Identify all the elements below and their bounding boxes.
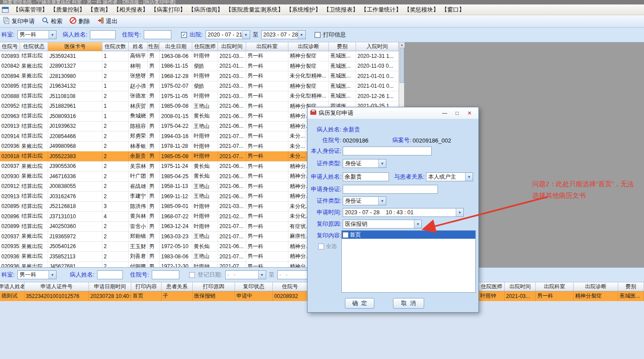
column-header[interactable]: 姓名 bbox=[129, 42, 148, 51]
menu-item[interactable]: 【卫统报表】 bbox=[322, 6, 360, 14]
dept-select[interactable]: 男一科 ▼ bbox=[17, 270, 57, 279]
column-header[interactable]: 打印原因 bbox=[193, 282, 235, 291]
table-cell: 郑贻镜 bbox=[129, 232, 148, 241]
admission-no-input[interactable] bbox=[144, 30, 171, 39]
menu-item[interactable]: 【窗口】 bbox=[440, 6, 466, 14]
copy-request-button[interactable]: 复印申请 bbox=[3, 17, 35, 25]
delete-icon bbox=[69, 17, 77, 25]
copy-reason-select[interactable]: 医保报销 ▼ bbox=[343, 220, 422, 228]
menu-item[interactable]: 【病案管理】 bbox=[12, 6, 49, 14]
column-header[interactable]: 住院号 bbox=[0, 42, 20, 51]
regdate-label: 登记日期: bbox=[198, 271, 223, 279]
table-cell: 2020-11-03 0... bbox=[356, 61, 399, 71]
relation-select[interactable]: 本人或户主 ▼ bbox=[426, 172, 473, 181]
ok-button[interactable]: 确 定 bbox=[345, 298, 374, 309]
column-header[interactable]: 费别 bbox=[329, 42, 356, 51]
table-cell: 黄长灿 bbox=[192, 162, 218, 171]
column-header[interactable]: 住院医师 bbox=[192, 42, 218, 51]
menu-item[interactable]: 【查询】 bbox=[86, 6, 112, 14]
applicant-name-input[interactable] bbox=[343, 172, 389, 181]
menu-item[interactable]: 【系统维护】 bbox=[285, 6, 322, 14]
scrollbar-thumb[interactable] bbox=[400, 48, 404, 83]
column-header[interactable]: 住院状态 bbox=[20, 42, 48, 51]
table-cell: 2021-01... bbox=[218, 61, 246, 71]
discharge-date-checkbox[interactable]: ✓ bbox=[181, 32, 187, 38]
table-cell: 0208932 bbox=[0, 51, 20, 61]
column-header[interactable]: 出院诊断 bbox=[574, 282, 618, 291]
select-all-checkbox[interactable] bbox=[318, 244, 324, 249]
column-header[interactable]: 申请人姓名 bbox=[0, 282, 24, 291]
column-header[interactable]: 出生日期 bbox=[160, 42, 192, 51]
column-header[interactable]: 申请日期时间 bbox=[89, 282, 131, 291]
delete-button[interactable]: 删除 bbox=[69, 17, 90, 25]
first-page-checkbox[interactable] bbox=[343, 232, 348, 238]
cancel-button[interactable]: 取 消 bbox=[393, 298, 424, 309]
chevron-down-icon[interactable]: ▼ bbox=[49, 271, 56, 279]
table-row[interactable]: 0208932结算出院J535924311高锦平男1963-08-06叶雨钟20… bbox=[0, 51, 399, 61]
column-header[interactable]: 出院科室 bbox=[246, 42, 288, 51]
column-header[interactable]: 复印状态 bbox=[235, 282, 273, 291]
table-cell: 雷舍小 bbox=[129, 222, 148, 232]
print-info-checkbox[interactable] bbox=[315, 32, 320, 38]
column-header[interactable]: 出院科室 bbox=[536, 282, 574, 291]
cert-type2-select[interactable]: 身份证 ▼ bbox=[343, 196, 386, 205]
regdate-from[interactable]: - - ▼ bbox=[225, 270, 266, 279]
self-id-input[interactable] bbox=[343, 147, 432, 155]
patient-name-input[interactable] bbox=[97, 270, 123, 279]
chevron-down-icon[interactable]: ▼ bbox=[298, 31, 305, 39]
column-header[interactable]: 出院时间 bbox=[218, 42, 246, 51]
column-header[interactable]: 入院时间 bbox=[356, 42, 399, 51]
maximize-icon[interactable]: □ bbox=[451, 109, 463, 118]
column-header[interactable]: 住院次数 bbox=[102, 42, 129, 51]
chevron-down-icon[interactable]: ▼ bbox=[378, 197, 386, 205]
menu-item[interactable]: 【奖惩模块】 bbox=[403, 6, 440, 14]
column-header[interactable]: 出院诊断 bbox=[288, 42, 329, 51]
dept-select[interactable]: 男一科 ▼ bbox=[17, 30, 57, 39]
chevron-down-icon[interactable]: ▼ bbox=[49, 31, 56, 39]
chevron-down-icon[interactable]: ▼ bbox=[258, 271, 266, 279]
table-cell: 20230728 10:40:04 bbox=[89, 291, 131, 301]
exit-button[interactable]: 退出 bbox=[97, 17, 117, 25]
table-cell: 男 bbox=[148, 102, 160, 111]
column-header[interactable]: 申请人证件号 bbox=[24, 282, 89, 291]
column-header[interactable]: 出院时间 bbox=[505, 282, 536, 291]
menu-item[interactable]: 【病历借阅】 bbox=[187, 6, 224, 14]
table-cell: 王艳山 bbox=[192, 122, 218, 131]
menu-item[interactable]: 【医院质量监测系统】 bbox=[224, 6, 285, 14]
chevron-down-icon[interactable]: ▼ bbox=[465, 173, 473, 181]
scroll-up-icon[interactable]: ▲ bbox=[399, 42, 405, 48]
column-header[interactable]: 患者关系 bbox=[162, 282, 193, 291]
search-button[interactable]: 检索 bbox=[42, 17, 62, 25]
table-row[interactable]: 0208887结算出院J511081082张德发男1975-11-05叶雨钟20… bbox=[0, 91, 399, 102]
admission-no-input[interactable] bbox=[152, 270, 179, 279]
table-cell: 蕉城医... bbox=[329, 71, 356, 81]
column-header[interactable]: 住院医师 bbox=[479, 282, 505, 291]
column-header[interactable]: 住院号 bbox=[273, 282, 308, 291]
table-cell: 1 bbox=[102, 102, 129, 111]
table-row[interactable]: 0208420呆账出院J289013272林明男1986-11-15柴皓2021… bbox=[0, 61, 399, 72]
discharge-from-date[interactable]: 2020 - 07 - 21 ▼ bbox=[206, 30, 250, 39]
regdate-checkbox[interactable] bbox=[189, 272, 195, 278]
copy-content-listbox[interactable]: 首页 bbox=[341, 230, 476, 293]
column-header[interactable]: 性别 bbox=[148, 42, 160, 51]
close-icon[interactable]: ✕ bbox=[463, 109, 476, 118]
table-cell: J19365972 bbox=[48, 232, 102, 241]
table-row[interactable]: 0208951结算出院J196341321赵小强男1975-02-07柴皓202… bbox=[0, 82, 399, 92]
minimize-icon[interactable]: — bbox=[438, 109, 451, 118]
cert-type-select[interactable]: 身份证 ▼ bbox=[343, 159, 386, 168]
column-header[interactable]: 医保卡号 bbox=[48, 42, 102, 51]
column-header[interactable]: 打印内容 bbox=[131, 282, 162, 291]
menu-item[interactable]: 【质量控制】 bbox=[49, 6, 86, 14]
menu-item[interactable]: 【工作量统计】 bbox=[360, 6, 403, 14]
dialog-titlebar[interactable]: 病历复印申请 — □ ✕ bbox=[308, 107, 478, 119]
chevron-down-icon[interactable]: ▼ bbox=[378, 159, 386, 167]
menu-item[interactable]: 【病案打印】 bbox=[150, 6, 187, 14]
table-cell: 2008-01-15 bbox=[160, 111, 192, 121]
table-row[interactable]: 0208948呆账出院J281309802张慈呀男1968-12-28叶雨钟20… bbox=[0, 71, 399, 82]
chevron-down-icon[interactable]: ▼ bbox=[242, 31, 250, 39]
menu-item[interactable]: 【相关报表】 bbox=[112, 6, 150, 14]
discharge-to-date[interactable]: 2023 - 07 - 28 ▼ bbox=[261, 30, 306, 39]
patient-name-input[interactable] bbox=[90, 30, 116, 39]
column-header[interactable]: 费别 bbox=[618, 282, 644, 291]
top-filter-bar: 科室: 男一科 ▼ 病人姓名: 住院号: ✓ 出院: 2020 - 07 - 2… bbox=[0, 28, 644, 42]
